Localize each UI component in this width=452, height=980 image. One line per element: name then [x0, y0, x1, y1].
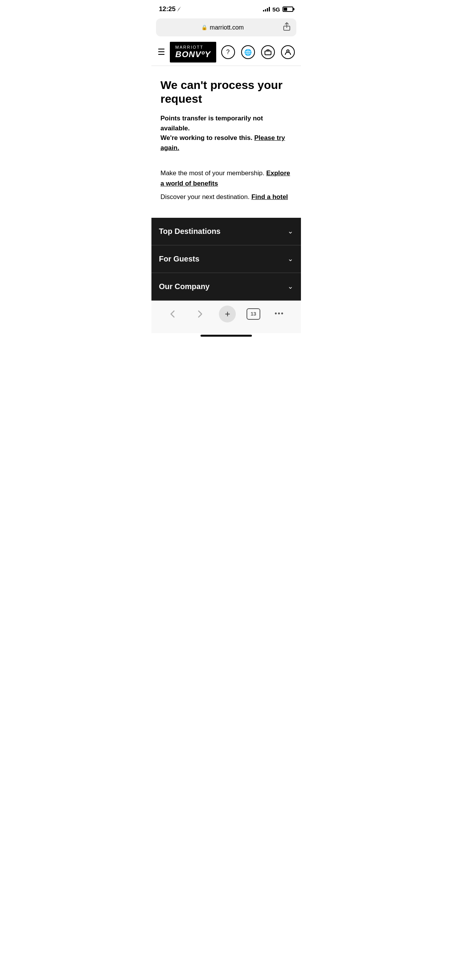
browser-bottom-bar: + 13 •••	[151, 301, 301, 333]
error-line-1: Points transfer is temporarily not avail…	[161, 115, 263, 132]
tabs-count-button[interactable]: 13	[247, 308, 260, 320]
nav-icons: ? 🌐	[221, 45, 295, 59]
user-icon[interactable]	[281, 45, 295, 59]
logo-top-text: MARRIOTT	[175, 45, 210, 49]
chevron-down-icon-3: ⌄	[288, 282, 293, 291]
time-display: 12:25	[159, 5, 176, 13]
footer-our-company[interactable]: Our Company ⌄	[151, 273, 301, 301]
destination-text: Discover your next destination. Find a h…	[161, 192, 292, 202]
status-time: 12:25	[159, 5, 181, 13]
globe-icon[interactable]: 🌐	[241, 45, 255, 59]
status-right: 5G	[263, 6, 293, 13]
footer: Top Destinations ⌄ For Guests ⌄ Our Comp…	[151, 218, 301, 301]
hamburger-menu[interactable]: ☰	[158, 47, 165, 57]
forward-button[interactable]	[192, 306, 209, 322]
url-content: 🔒 marriott.com	[162, 24, 283, 31]
main-content: We can't process your request Points tra…	[151, 66, 301, 218]
network-type: 5G	[272, 6, 280, 13]
nav-header: ☰ MARRIOTT BONVºY ? 🌐	[151, 39, 301, 66]
marriott-bonvoy-logo[interactable]: MARRIOTT BONVºY	[170, 42, 216, 62]
browser-url-bar[interactable]: 🔒 marriott.com	[156, 18, 296, 36]
chevron-down-icon-2: ⌄	[288, 255, 293, 263]
footer-top-destinations[interactable]: Top Destinations ⌄	[151, 218, 301, 245]
help-icon[interactable]: ?	[221, 45, 235, 59]
more-options-button[interactable]: •••	[271, 306, 288, 322]
page-title: We can't process your request	[161, 78, 292, 106]
chevron-down-icon: ⌄	[288, 227, 293, 235]
signal-bars	[263, 7, 270, 12]
url-text: marriott.com	[210, 24, 244, 31]
membership-section: Make the most of your membership. Explor…	[161, 168, 292, 202]
back-button[interactable]	[164, 306, 181, 322]
our-company-label: Our Company	[159, 282, 210, 291]
logo-bonvoy-text: BONVºY	[175, 49, 210, 59]
membership-text: Make the most of your membership. Explor…	[161, 168, 292, 189]
svg-rect-1	[265, 51, 271, 55]
error-message: Points transfer is temporarily not avail…	[161, 113, 292, 153]
top-destinations-label: Top Destinations	[159, 227, 221, 236]
battery-indicator	[283, 7, 293, 12]
briefcase-icon[interactable]	[261, 45, 275, 59]
find-hotel-link[interactable]: Find a hotel	[251, 193, 288, 201]
status-bar: 12:25 5G	[151, 0, 301, 16]
lock-icon: 🔒	[201, 25, 207, 30]
new-tab-button[interactable]: +	[219, 306, 236, 322]
home-indicator	[201, 335, 252, 337]
share-icon[interactable]	[283, 22, 290, 33]
error-line-2: We're working to resolve this.	[161, 134, 253, 141]
location-arrow-icon	[177, 7, 181, 12]
footer-for-guests[interactable]: For Guests ⌄	[151, 245, 301, 273]
for-guests-label: For Guests	[159, 255, 200, 263]
